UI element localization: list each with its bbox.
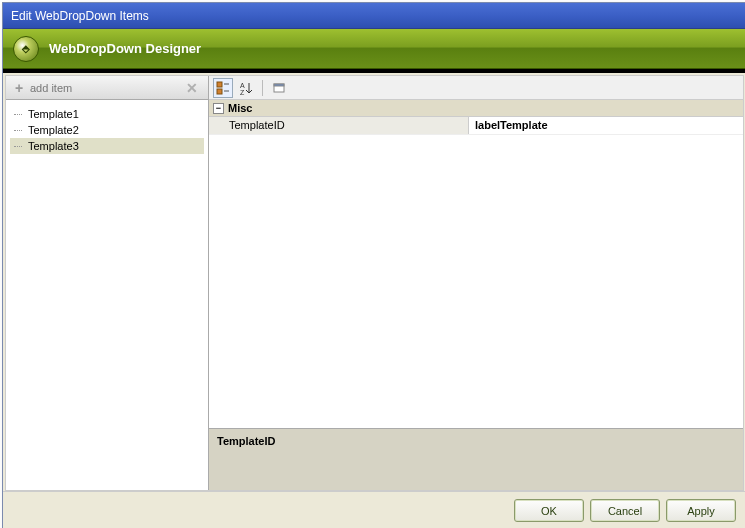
svg-rect-1 xyxy=(217,89,222,94)
category-row[interactable]: − Misc xyxy=(209,100,743,117)
designer-title: WebDropDown Designer xyxy=(49,41,201,56)
tree-item[interactable]: Template1 xyxy=(10,106,204,122)
property-grid-empty xyxy=(209,135,743,428)
plus-icon: + xyxy=(12,81,26,95)
property-name[interactable]: TemplateID xyxy=(209,117,469,134)
items-tree: Template1 Template2 Template3 xyxy=(6,100,208,490)
categorized-icon xyxy=(216,81,230,95)
designer-header: ⬘ WebDropDown Designer xyxy=(3,29,745,69)
property-pages-icon xyxy=(272,81,286,95)
tree-item-label: Template1 xyxy=(28,108,79,120)
svg-rect-8 xyxy=(274,84,284,86)
add-item-button[interactable]: + add item xyxy=(12,81,72,95)
property-row[interactable]: TemplateID labelTemplate xyxy=(209,117,743,135)
close-icon: ✕ xyxy=(186,80,198,96)
ok-button[interactable]: OK xyxy=(514,499,584,522)
sort-az-icon: A Z xyxy=(239,81,253,95)
window-title: Edit WebDropDown Items xyxy=(11,9,149,23)
add-item-toolbar: + add item ✕ xyxy=(6,76,208,100)
tree-item[interactable]: Template2 xyxy=(10,122,204,138)
tree-item-label: Template3 xyxy=(28,140,79,152)
category-label: Misc xyxy=(228,102,252,114)
cancel-button[interactable]: Cancel xyxy=(590,499,660,522)
add-item-label: add item xyxy=(30,82,72,94)
tree-item[interactable]: Template3 xyxy=(10,138,204,154)
collapse-toggle-icon[interactable]: − xyxy=(213,103,224,114)
items-panel: + add item ✕ Template1 Template2 Templat… xyxy=(6,76,209,490)
separator xyxy=(3,69,745,73)
tree-item-label: Template2 xyxy=(28,124,79,136)
svg-text:A: A xyxy=(240,82,245,89)
remove-item-button[interactable]: ✕ xyxy=(182,80,202,96)
dialog-window: Edit WebDropDown Items ⬘ WebDropDown Des… xyxy=(2,2,745,528)
designer-logo-icon: ⬘ xyxy=(13,36,39,62)
categorized-view-button[interactable] xyxy=(213,78,233,98)
property-toolbar: A Z xyxy=(209,76,743,100)
property-pages-button[interactable] xyxy=(269,78,289,98)
alphabetical-view-button[interactable]: A Z xyxy=(236,78,256,98)
property-value[interactable]: labelTemplate xyxy=(469,117,743,134)
description-title: TemplateID xyxy=(217,435,735,447)
title-bar[interactable]: Edit WebDropDown Items xyxy=(3,3,745,29)
apply-button[interactable]: Apply xyxy=(666,499,736,522)
description-panel: TemplateID xyxy=(209,428,743,490)
main-content: + add item ✕ Template1 Template2 Templat… xyxy=(5,75,744,491)
svg-rect-0 xyxy=(217,82,222,87)
toolbar-separator xyxy=(262,80,263,96)
property-grid: − Misc TemplateID labelTemplate Template… xyxy=(209,100,743,490)
svg-text:Z: Z xyxy=(240,89,245,95)
property-panel: A Z − Misc xyxy=(209,76,743,490)
dialog-button-bar: OK Cancel Apply xyxy=(3,491,745,528)
